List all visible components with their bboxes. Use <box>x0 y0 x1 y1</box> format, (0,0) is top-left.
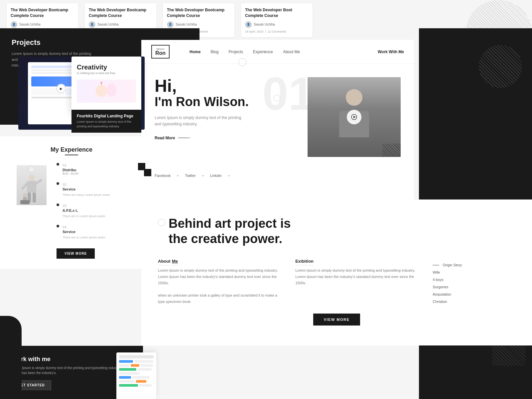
creativity-subtitle: is nothing but a mind set free. <box>77 71 136 75</box>
blog-card-title-1: The Web Developer Bootcamp Complete Cour… <box>11 7 74 19</box>
experience-underline <box>65 155 78 155</box>
author-name-3: Sasuki Uchiha <box>176 23 197 26</box>
dash-cell-10 <box>132 376 150 379</box>
dash-cell-14 <box>139 384 151 387</box>
blog-card-author-1: 👤 Sasuki Uchiha <box>11 21 74 28</box>
black-shape-decoration <box>0 316 22 399</box>
exp-item-4: 04 Service There are m Lorem ipsum avam. <box>57 224 131 240</box>
nav-link-blog[interactable]: Blog <box>210 50 218 54</box>
nav-link-experience[interactable]: Experience <box>253 50 273 54</box>
experience-title: My Experience <box>12 146 131 153</box>
svg-line-8 <box>23 184 27 189</box>
main-section: Wilson Ron Home Blog Projects Experience… <box>141 40 414 226</box>
dash-cell-9 <box>119 376 131 379</box>
hero-content: 01 Hi, I'm Ron Wilson. Lorem Ipsum is si… <box>141 64 414 167</box>
exp-item-desc-2: There are many Lorem ipsum avam. <box>63 193 111 197</box>
dash-cell-3 <box>119 364 129 367</box>
origin-item-3: Surgeries <box>433 283 515 291</box>
hero-greeting: Hi, <box>155 77 308 94</box>
work-title: Work with me <box>12 356 131 363</box>
exp-item-2: 02 Service There are many Lorem ipsum av… <box>57 181 131 197</box>
origin-item-dash: Origin Story <box>433 261 515 269</box>
logo-main-text: Ron <box>155 51 166 56</box>
exp-item-title-2: Service <box>63 187 111 191</box>
blog-card-author-4: 👤 Sasuki Uchiha <box>245 21 309 28</box>
exp-dot-1 <box>57 163 59 166</box>
svg-point-1 <box>106 83 116 97</box>
svg-rect-7 <box>27 181 36 193</box>
origin-item-text-5: Christion <box>433 298 447 305</box>
hero-image-container <box>308 77 401 157</box>
svg-marker-16 <box>353 116 356 118</box>
dash-cell-1 <box>119 360 133 363</box>
circle-decoration-1 <box>238 58 246 66</box>
creativity-illustration <box>77 79 136 103</box>
blog-card-title-2: The Web Developer Bootcamp Complete Cour… <box>89 7 152 19</box>
svg-point-12 <box>23 193 27 197</box>
read-more-button[interactable]: Read More <box>155 136 308 140</box>
origin-item-text-3: Surgeries <box>433 283 448 291</box>
blog-card-4: The Web Developer Boot Complete Course 👤… <box>241 3 313 37</box>
blog-card-author-2: 👤 Sasuki Uchiha <box>89 21 152 28</box>
svg-point-0 <box>95 85 107 97</box>
nav-cta[interactable]: Work With Me <box>378 50 404 54</box>
origin-item-text-4: Amputation <box>433 291 451 298</box>
hero-description: Lorem Ipsum is simply dummy text of the … <box>155 115 248 127</box>
author-name-4: Sasuki Uchiha <box>254 23 275 26</box>
nav-link-home[interactable]: Home <box>190 50 200 54</box>
author-avatar-3: 👤 <box>167 21 174 28</box>
fourbits-card: Fourbits Digital Landing Page Lorem Ipsu… <box>71 110 141 133</box>
dash-cell-4 <box>131 364 139 367</box>
hero-play-button[interactable] <box>347 110 361 124</box>
dash-cell-12 <box>136 380 146 383</box>
about-me-label-underline: Me <box>172 259 178 265</box>
svg-rect-14 <box>20 200 30 204</box>
behind-title: Behind art project isthe creative power. <box>169 216 291 246</box>
exp-item-3: 03 A.P.E.x L There are m Lorem ipsum ava… <box>57 202 131 218</box>
about-me-label: About <box>158 259 171 265</box>
exp-number-1: 01 <box>63 163 66 167</box>
read-more-label: Read More <box>155 136 175 140</box>
nav-link-projects[interactable]: Projects <box>228 50 243 54</box>
author-avatar-1: 👤 <box>11 21 17 28</box>
experience-content: 01 Distribu $1M - $12M 02 Service There … <box>12 162 131 259</box>
social-facebook[interactable]: Facebook <box>155 174 171 178</box>
exp-number-4: 04 <box>63 225 66 229</box>
creativity-card: Creativity is nothing but a mind set fre… <box>71 57 141 111</box>
exp-item-1: 01 Distribu $1M - $12M <box>57 162 131 176</box>
dark-squares-decoration <box>138 163 151 176</box>
origin-column: Origin Story Wife 4 boys Surgeries Amput… <box>433 258 515 305</box>
play-button[interactable]: ▶ <box>57 84 66 93</box>
dash-cell-13 <box>119 384 138 387</box>
social-linkedin[interactable]: Linkdin <box>210 174 222 178</box>
origin-item-text-1: Wife <box>433 269 440 276</box>
image-stripe-overlay <box>382 144 401 157</box>
nav-logo: Wilson Ron <box>151 45 170 59</box>
exp-item-title-1: Distribu <box>63 168 78 172</box>
navigation: Wilson Ron Home Blog Projects Experience… <box>141 40 414 64</box>
behind-circle-decoration <box>158 219 165 226</box>
social-twitter[interactable]: Twitter <box>185 174 196 178</box>
exhibition-label: Exibition <box>295 259 314 265</box>
behind-section: Behind art project isthe creative power.… <box>141 200 532 345</box>
author-avatar-4: 👤 <box>245 21 252 28</box>
nav-links: Home Blog Projects Experience About Me <box>190 50 364 54</box>
person-body <box>17 165 47 205</box>
experience-illustration <box>12 162 52 259</box>
right-striped-decoration <box>479 45 522 88</box>
view-more-button[interactable]: VIEW MORE <box>57 248 95 259</box>
dash-cell-6 <box>119 368 136 371</box>
exp-item-title-4: Service <box>63 230 106 234</box>
exhibition-text: Lorem Ipsum is simply dummy text of the … <box>295 267 419 286</box>
nav-link-about[interactable]: About Me <box>283 50 300 54</box>
origin-item-4: Amputation <box>433 291 515 298</box>
origin-item-5: Christion <box>433 298 515 305</box>
circle-decoration-2 <box>274 95 280 101</box>
exp-item-range-1: $1M - $12M <box>63 172 78 175</box>
behind-view-more-button[interactable]: VIEW MORE <box>313 314 360 326</box>
svg-line-9 <box>36 180 41 184</box>
svg-point-4 <box>29 166 35 172</box>
svg-point-6 <box>29 175 35 181</box>
dash-cell-8 <box>119 372 140 375</box>
origin-item-1: Wife <box>433 269 515 276</box>
